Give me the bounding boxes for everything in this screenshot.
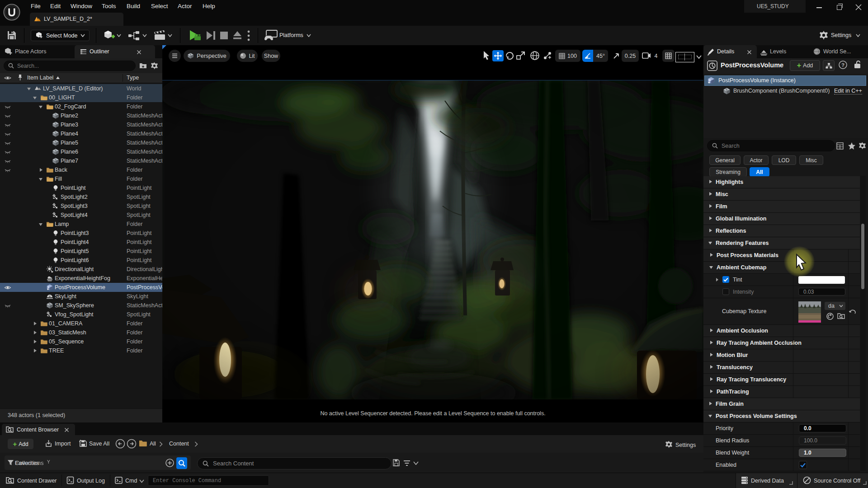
svg-text:?: ? bbox=[841, 62, 844, 68]
